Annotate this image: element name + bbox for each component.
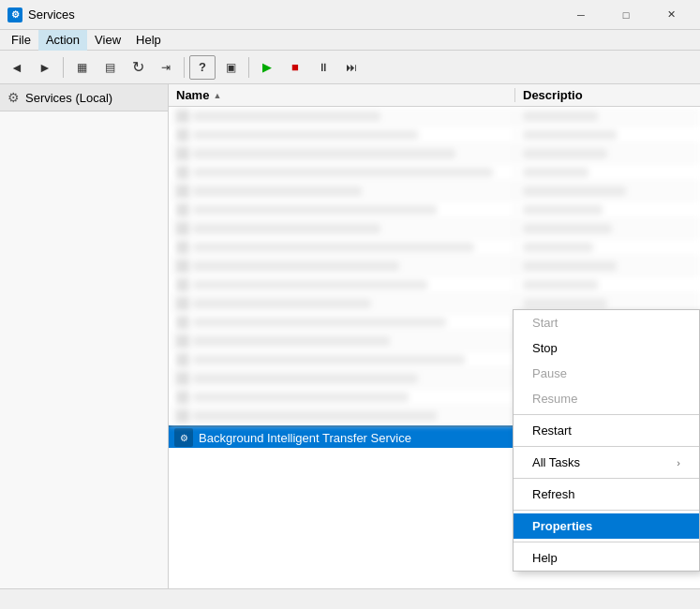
toolbar: ◄ ► ▦ ▤ ↻ ⇥ ? ▣ ▶ ■ ⏸ ⏭	[0, 51, 700, 84]
ctx-separator-4	[514, 510, 699, 511]
submenu-arrow-icon: ›	[677, 457, 680, 468]
column-name: Name ▲	[169, 88, 515, 102]
ctx-pause[interactable]: Pause	[514, 361, 699, 386]
selected-service-name: Background Intelligent Transfer Service	[199, 431, 411, 445]
ctx-stop[interactable]: Stop	[514, 335, 699, 361]
sidebar-title: Services (Local)	[25, 91, 112, 105]
toolbar-forward[interactable]: ►	[32, 55, 58, 80]
close-button[interactable]: ✕	[649, 1, 693, 29]
toolbar-back[interactable]: ◄	[4, 55, 30, 80]
status-bar	[0, 588, 700, 609]
menu-view[interactable]: View	[87, 30, 128, 51]
toolbar-export[interactable]: ⇥	[153, 55, 179, 80]
sidebar: ⚙ Services (Local)	[0, 84, 169, 588]
toolbar-sep-1	[63, 57, 64, 78]
service-icon: ⚙	[174, 428, 193, 447]
gear-icon: ⚙	[7, 90, 20, 105]
minimize-button[interactable]: ─	[559, 1, 603, 29]
table-row[interactable]	[169, 257, 700, 275]
sort-arrow-icon: ▲	[213, 91, 221, 100]
sidebar-header: ⚙ Services (Local)	[0, 84, 168, 111]
table-row[interactable]	[169, 163, 700, 182]
table-row[interactable]	[169, 275, 700, 294]
table-row[interactable]	[169, 219, 700, 238]
ctx-help[interactable]: Help	[514, 545, 699, 571]
content-area: Name ▲ Descriptio	[169, 84, 700, 588]
ctx-separator-2	[514, 446, 699, 447]
maximize-button[interactable]: □	[604, 1, 648, 29]
table-header: Name ▲ Descriptio	[169, 84, 700, 107]
toolbar-show-hide[interactable]: ▦	[68, 55, 95, 80]
window-controls: ─ □ ✕	[559, 1, 693, 29]
toolbar-play[interactable]: ▶	[254, 55, 280, 80]
toolbar-restart[interactable]: ⏭	[338, 55, 365, 80]
toolbar-properties[interactable]: ▤	[97, 55, 123, 80]
toolbar-stop[interactable]: ■	[282, 55, 308, 80]
table-row[interactable]	[169, 107, 700, 126]
menu-bar: File Action View Help	[0, 30, 700, 51]
ctx-separator-1	[514, 414, 699, 415]
menu-file[interactable]: File	[4, 30, 38, 51]
table-row[interactable]	[169, 144, 700, 163]
toolbar-new-window[interactable]: ▣	[217, 55, 244, 80]
toolbar-sep-3	[248, 57, 249, 78]
ctx-separator-3	[514, 478, 699, 479]
ctx-separator-5	[514, 542, 699, 542]
ctx-refresh[interactable]: Refresh	[514, 482, 699, 507]
toolbar-help[interactable]: ?	[189, 55, 216, 80]
table-row[interactable]	[169, 182, 700, 201]
title-bar: ⚙ Services ─ □ ✕	[0, 0, 700, 30]
main-layout: ⚙ Services (Local) Name ▲ Descriptio	[0, 84, 700, 588]
menu-help[interactable]: Help	[128, 30, 169, 51]
context-menu: Start Stop Pause Resume Restart All Task…	[513, 309, 700, 572]
app-icon: ⚙	[7, 7, 22, 22]
toolbar-pause[interactable]: ⏸	[310, 55, 336, 80]
toolbar-refresh[interactable]: ↻	[125, 55, 151, 80]
window-title: Services	[28, 7, 75, 22]
ctx-all-tasks[interactable]: All Tasks ›	[514, 450, 699, 475]
ctx-resume[interactable]: Resume	[514, 386, 699, 411]
toolbar-sep-2	[184, 57, 185, 78]
table-row[interactable]	[169, 201, 700, 219]
table-row[interactable]	[169, 126, 700, 144]
table-row[interactable]	[169, 238, 700, 257]
ctx-start[interactable]: Start	[514, 310, 699, 335]
ctx-properties[interactable]: Properties	[514, 513, 699, 539]
column-description: Descriptio	[515, 88, 700, 102]
menu-action[interactable]: Action	[38, 30, 87, 51]
ctx-restart[interactable]: Restart	[514, 418, 699, 443]
